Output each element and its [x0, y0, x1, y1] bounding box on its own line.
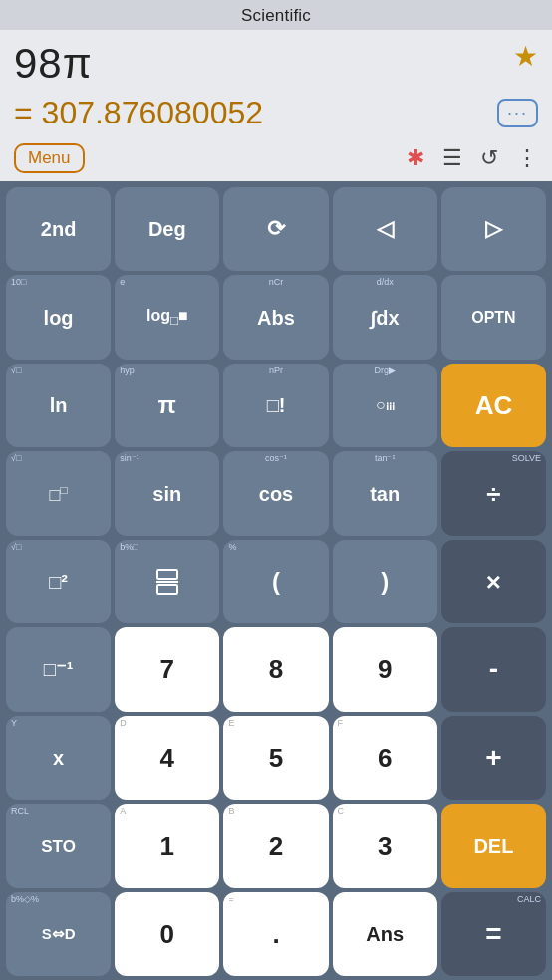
- 4-button[interactable]: D 4: [115, 716, 219, 800]
- square-button[interactable]: √□ □²: [6, 540, 111, 623]
- ln-button[interactable]: √□ ln: [6, 364, 111, 447]
- 2-button[interactable]: B 2: [223, 804, 328, 887]
- button-row-6: □⁻¹ 7 8 9 -: [6, 627, 546, 711]
- 0-button[interactable]: 0: [115, 892, 219, 976]
- menu-button[interactable]: Menu: [14, 143, 85, 173]
- input-display: 98π: [14, 40, 538, 91]
- display-area: 98π ★ = 307.876080052 ···: [0, 30, 552, 139]
- star-button[interactable]: ★: [513, 40, 538, 73]
- dot-button[interactable]: = .: [223, 892, 328, 976]
- plus-button[interactable]: +: [441, 716, 546, 800]
- result-line: = 307.876080052 ···: [14, 95, 538, 131]
- sto-button[interactable]: RCL STO: [6, 804, 111, 887]
- 7-button[interactable]: 7: [115, 627, 219, 711]
- back-button[interactable]: ◁: [333, 187, 437, 271]
- minus-button[interactable]: -: [441, 627, 546, 711]
- button-row-9: b%◇% S⇔D 0 = . Ans CALC =: [6, 892, 546, 976]
- history-button[interactable]: ⟳: [223, 187, 328, 271]
- integral-button[interactable]: d/dx ∫dx: [333, 275, 437, 359]
- deg-button[interactable]: Deg: [115, 187, 219, 271]
- sin-button[interactable]: sin⁻¹ sin: [115, 451, 219, 535]
- divide-button[interactable]: SOLVE ÷: [441, 451, 546, 535]
- undo-icon[interactable]: ↺: [480, 145, 498, 171]
- animation-icon[interactable]: ✱: [407, 145, 424, 171]
- tan-button[interactable]: tan⁻¹ tan: [333, 451, 437, 535]
- button-row-5: √□ □² b%□ % ( ) ×: [6, 540, 546, 623]
- button-row-3: √□ ln hyp π nPr □! Drg▶ ○ᵢᵢᵢ AC: [6, 364, 546, 447]
- cos-button[interactable]: cos⁻¹ cos: [223, 451, 328, 535]
- app-title: Scientific: [241, 6, 311, 25]
- buttons-area: 2nd Deg ⟳ ◁ ▷ 10□ log e log□■ nCr Abs d/…: [0, 181, 552, 980]
- lparen-button[interactable]: % (: [223, 540, 328, 623]
- button-row-2: 10□ log e log□■ nCr Abs d/dx ∫dx OPTN: [6, 275, 546, 359]
- 9-button[interactable]: 9: [333, 627, 437, 711]
- fraction-button[interactable]: b%□: [115, 540, 219, 623]
- button-row-4: √□ □□ sin⁻¹ sin cos⁻¹ cos tan⁻¹ tan SOLV…: [6, 451, 546, 535]
- animate-button[interactable]: Drg▶ ○ᵢᵢᵢ: [333, 364, 437, 447]
- factorial-button[interactable]: nPr □!: [223, 364, 328, 447]
- 1-button[interactable]: A 1: [115, 804, 219, 887]
- inverse-button[interactable]: □⁻¹: [6, 627, 111, 711]
- title-bar: Scientific: [0, 0, 552, 30]
- equals-button[interactable]: CALC =: [441, 892, 546, 976]
- ac-button[interactable]: AC: [441, 364, 546, 447]
- x-button[interactable]: Y x: [6, 716, 111, 800]
- 8-button[interactable]: 8: [223, 627, 328, 711]
- 6-button[interactable]: F 6: [333, 716, 437, 800]
- 5-button[interactable]: E 5: [223, 716, 328, 800]
- button-row-8: RCL STO A 1 B 2 C 3 DEL: [6, 804, 546, 887]
- ans-button[interactable]: Ans: [333, 892, 437, 976]
- pi-button[interactable]: hyp π: [115, 364, 219, 447]
- 2nd-button[interactable]: 2nd: [6, 187, 111, 271]
- log-button[interactable]: 10□ log: [6, 275, 111, 359]
- list-icon[interactable]: ☰: [442, 145, 462, 171]
- 3-button[interactable]: C 3: [333, 804, 437, 887]
- s-d-button[interactable]: b%◇% S⇔D: [6, 892, 111, 976]
- log-b-button[interactable]: e log□■: [115, 275, 219, 359]
- more-button[interactable]: ···: [497, 99, 538, 127]
- more-vert-icon[interactable]: ⋮: [516, 145, 538, 171]
- rparen-button[interactable]: ): [333, 540, 437, 623]
- button-row-1: 2nd Deg ⟳ ◁ ▷: [6, 187, 546, 271]
- forward-button[interactable]: ▷: [441, 187, 546, 271]
- result-display: = 307.876080052: [14, 95, 263, 131]
- toolbar: Menu ✱ ☰ ↺ ⋮: [0, 139, 552, 181]
- button-row-7: Y x D 4 E 5 F 6 +: [6, 716, 546, 800]
- optn-button[interactable]: OPTN: [441, 275, 546, 359]
- toolbar-icons: ✱ ☰ ↺ ⋮: [407, 145, 538, 171]
- sqrt-pow-button[interactable]: √□ □□: [6, 451, 111, 535]
- del-button[interactable]: DEL: [441, 804, 546, 887]
- abs-button[interactable]: nCr Abs: [223, 275, 328, 359]
- multiply-button[interactable]: ×: [441, 540, 546, 623]
